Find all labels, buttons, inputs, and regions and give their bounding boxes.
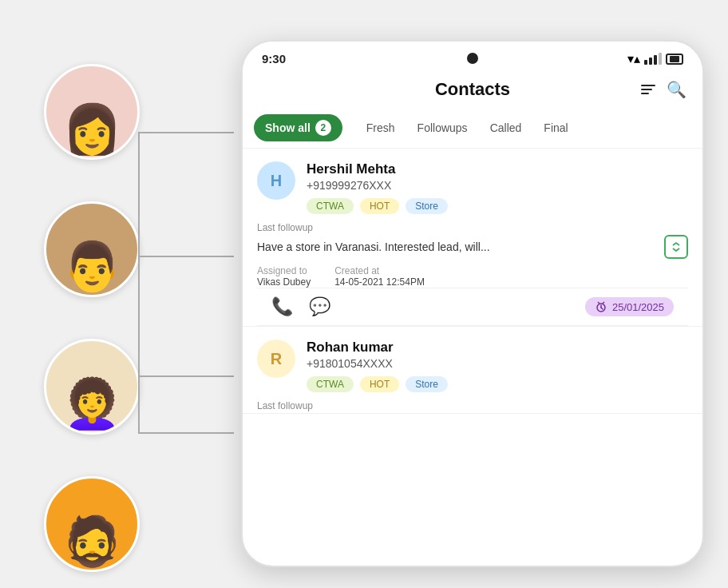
tab-final[interactable]: Final — [532, 116, 579, 140]
contact-avatar-rohan: R — [257, 340, 295, 378]
created-label: Created at — [334, 265, 425, 276]
status-icons: ▾▴ — [627, 51, 683, 66]
connector-h4 — [138, 432, 234, 434]
tag-store-1: Store — [406, 198, 448, 214]
avatar-3-emoji: 👩‍🦱 — [62, 375, 122, 432]
filter-tabs: Show all 2 Fresh Followups Called Final — [243, 108, 702, 149]
date-badge-text: 25/01/2025 — [612, 301, 664, 313]
svg-line-2 — [601, 308, 603, 309]
status-time: 9:30 — [262, 52, 286, 66]
assigned-label: Assigned to — [257, 265, 311, 276]
followup-section-rohan: Last followup — [257, 400, 688, 411]
search-icon[interactable]: 🔍 — [667, 80, 686, 99]
tag-hot-2: HOT — [360, 376, 399, 392]
filter-icon[interactable] — [641, 85, 655, 94]
contact-info-hershil: Hershil Mehta +919999276XXX CTWA HOT Sto… — [307, 161, 688, 214]
header-title: Contacts — [435, 79, 510, 100]
call-icon[interactable]: 📞 — [271, 296, 293, 317]
avatar-letter-r: R — [271, 350, 282, 368]
created-at-block: Created at 14-05-2021 12:54PM — [334, 265, 425, 288]
scene: 👩 👨 👩‍🦱 🧔 — [0, 0, 728, 588]
action-bar-hershil: 📞 💬 25/01/2025 — [257, 288, 688, 326]
avatar-4-emoji: 🧔 — [62, 513, 122, 570]
avatar-2-emoji: 👨 — [62, 238, 122, 295]
tab-final-label: Final — [544, 121, 568, 134]
followup-text-hershil: Have a store in Varanasi. Interested lea… — [257, 240, 658, 253]
tag-store-2: Store — [406, 376, 448, 392]
contact-tags-hershil: CTWA HOT Store — [307, 198, 688, 214]
tab-fresh[interactable]: Fresh — [355, 116, 406, 140]
expand-chevrons-icon — [671, 241, 682, 252]
contact-phone-hershil: +919999276XXX — [307, 179, 688, 192]
whatsapp-icon[interactable]: 💬 — [309, 296, 330, 317]
tab-show-all-badge: 2 — [315, 120, 331, 136]
contacts-list: H Hershil Mehta +919999276XXX CTWA HOT S… — [243, 149, 702, 414]
contact-card-hershil: H Hershil Mehta +919999276XXX CTWA HOT S… — [243, 149, 702, 327]
header-icons: 🔍 — [641, 80, 686, 99]
followup-label-hershil: Last followup — [257, 222, 688, 233]
tab-called-label: Called — [490, 121, 522, 134]
contact-tags-rohan: CTWA HOT Store — [307, 376, 688, 392]
tag-ctwa-1: CTWA — [307, 198, 354, 214]
assigned-to-block: Assigned to Vikas Dubey — [257, 265, 311, 288]
contact-name-rohan: Rohan kumar — [307, 340, 688, 356]
tab-called[interactable]: Called — [479, 116, 533, 140]
app-header: Contacts 🔍 — [243, 71, 702, 108]
connector-h1 — [138, 132, 234, 133]
battery-icon — [666, 54, 683, 65]
expand-button-hershil[interactable] — [664, 235, 688, 259]
avatar-1-emoji: 👩 — [62, 101, 122, 157]
avatar-3: 👩‍🦱 — [44, 339, 140, 435]
followup-section-hershil: Last followup Have a store in Varanasi. … — [257, 222, 688, 259]
tab-show-all-label: Show all — [265, 121, 311, 134]
contact-info-rohan: Rohan kumar +91801054XXXX CTWA HOT Store — [307, 340, 688, 392]
camera-dot — [467, 53, 478, 64]
tag-hot-1: HOT — [360, 198, 399, 214]
avatars-column: 👩 👨 👩‍🦱 🧔 — [44, 64, 140, 572]
phone-mockup: 9:30 ▾▴ Contacts — [241, 40, 704, 567]
contact-top-hershil: H Hershil Mehta +919999276XXX CTWA HOT S… — [257, 161, 688, 214]
avatar-letter-h: H — [271, 172, 282, 190]
contact-phone-rohan: +91801054XXXX — [307, 357, 688, 370]
svg-line-3 — [598, 302, 599, 304]
meta-row-hershil: Assigned to Vikas Dubey Created at 14-05… — [257, 265, 688, 288]
contact-card-rohan: R Rohan kumar +91801054XXXX CTWA HOT Sto… — [243, 327, 702, 414]
tag-ctwa-2: CTWA — [307, 376, 354, 392]
tab-fresh-label: Fresh — [366, 121, 395, 134]
followup-text-row: Have a store in Varanasi. Interested lea… — [257, 235, 688, 259]
created-value: 14-05-2021 12:54PM — [334, 276, 425, 288]
contact-avatar-hershil: H — [257, 161, 295, 200]
date-badge-hershil: 25/01/2025 — [585, 297, 674, 316]
svg-line-4 — [603, 302, 604, 304]
wifi-icon: ▾▴ — [627, 51, 640, 66]
connector-vertical — [138, 132, 140, 432]
avatar-4: 🧔 — [44, 476, 140, 572]
connector-h2 — [138, 256, 234, 257]
connector-h3 — [138, 375, 234, 377]
followup-label-rohan: Last followup — [257, 400, 688, 411]
tab-show-all[interactable]: Show all 2 — [254, 114, 342, 141]
assigned-value: Vikas Dubey — [257, 276, 311, 288]
avatar-2: 👨 — [44, 201, 140, 297]
tab-followups-label: Followups — [417, 121, 468, 134]
tab-followups[interactable]: Followups — [406, 116, 479, 140]
signal-bars-icon — [644, 53, 662, 65]
alarm-icon — [595, 300, 607, 313]
contact-top-rohan: R Rohan kumar +91801054XXXX CTWA HOT Sto… — [257, 340, 688, 392]
contact-name-hershil: Hershil Mehta — [307, 161, 688, 177]
avatar-1: 👩 — [44, 64, 140, 160]
